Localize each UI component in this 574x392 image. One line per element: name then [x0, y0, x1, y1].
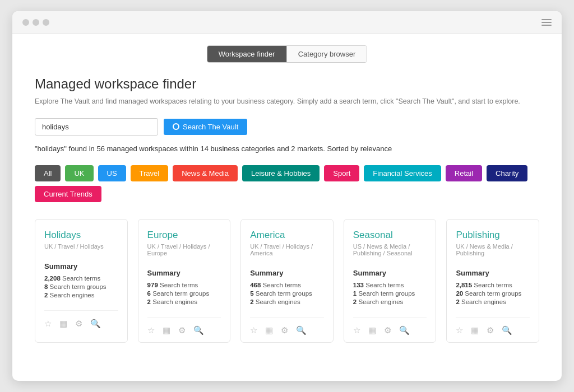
filter-btn-retail[interactable]: Retail: [446, 165, 482, 181]
card-holidays: HolidaysUK / Travel / HolidaysSummary2,2…: [35, 219, 128, 343]
card-action-icon-3-seasonal[interactable]: 🔍: [399, 325, 410, 335]
card-europe: EuropeUK / Travel / Holidays / EuropeSum…: [138, 219, 231, 343]
dot-2: [33, 19, 39, 26]
card-actions-seasonal: ☆▦⚙🔍: [353, 317, 427, 335]
cards-row: HolidaysUK / Travel / HolidaysSummary2,2…: [35, 219, 539, 343]
filter-btn-travel[interactable]: Travel: [131, 165, 169, 181]
card-path-holidays: UK / Travel / Holidays: [44, 243, 118, 250]
card-action-icon-1-publishing[interactable]: ▦: [471, 325, 479, 335]
card-summary-label-america: Summary: [250, 269, 324, 277]
card-action-icon-3-europe[interactable]: 🔍: [193, 325, 204, 335]
card-title-europe: Europe: [147, 230, 221, 241]
filter-btn-all[interactable]: All: [35, 165, 61, 181]
main-content: Workspace finder Category browser Manage…: [12, 34, 562, 360]
dot-1: [22, 19, 29, 26]
card-path-europe: UK / Travel / Holidays / Europe: [147, 243, 221, 256]
card-action-icon-1-europe[interactable]: ▦: [163, 325, 170, 335]
tab-group: Workspace finder Category browser: [207, 45, 368, 63]
card-action-icon-1-america[interactable]: ▦: [265, 325, 273, 335]
filter-btn-charity[interactable]: Charity: [487, 165, 527, 181]
card-action-icon-3-holidays[interactable]: 🔍: [90, 319, 101, 329]
card-action-icon-2-seasonal[interactable]: ⚙: [384, 325, 391, 335]
search-row: Search The Vault: [35, 118, 539, 136]
card-stat-europe: 979 Search terms: [147, 282, 221, 288]
card-summary-label-europe: Summary: [147, 269, 221, 277]
page-title: Managed workspace finder: [35, 76, 539, 92]
search-button[interactable]: Search The Vault: [164, 119, 247, 135]
card-path-america: UK / Travel / Holidays / America: [250, 243, 324, 256]
filter-btn-uk[interactable]: UK: [65, 165, 93, 181]
card-stat-america: 5 Search term groups: [250, 290, 324, 297]
card-publishing: PublishingUK / News & Media / Publishing…: [446, 219, 539, 343]
filter-btn-leisure-hobbies[interactable]: Leisure & Hobbies: [242, 165, 320, 181]
card-stat-seasonal: 2 Search engines: [353, 298, 427, 305]
card-action-icon-0-europe[interactable]: ☆: [147, 325, 155, 335]
card-stat-seasonal: 133 Search terms: [353, 282, 427, 288]
card-stat-publishing: 20 Search term groups: [456, 290, 530, 297]
card-actions-america: ☆▦⚙🔍: [250, 317, 324, 335]
filter-btn-current-trends[interactable]: Current Trends: [35, 186, 101, 202]
search-icon: [173, 123, 179, 130]
filter-btn-us[interactable]: US: [98, 165, 126, 181]
card-actions-holidays: ☆▦⚙🔍: [44, 310, 118, 329]
tab-workspace-finder[interactable]: Workspace finder: [207, 46, 286, 62]
window-controls: [22, 19, 49, 26]
results-summary: "holidays" found in 56 managed workspace…: [35, 144, 539, 153]
card-stat-holidays: 8 Search term groups: [44, 283, 118, 290]
card-stat-europe: 2 Search engines: [147, 298, 221, 305]
card-stat-america: 468 Search terms: [250, 282, 324, 288]
filter-btn-financial-services[interactable]: Financial Services: [364, 165, 441, 181]
card-summary-label-publishing: Summary: [456, 269, 530, 277]
menu-button[interactable]: [541, 19, 552, 26]
card-stat-holidays: 2,208 Search terms: [44, 275, 118, 282]
card-stat-holidays: 2 Search engines: [44, 292, 118, 298]
main-window: Workspace finder Category browser Manage…: [12, 11, 562, 381]
filter-btn-news-media[interactable]: News & Media: [173, 165, 238, 181]
card-action-icon-3-america[interactable]: 🔍: [296, 325, 307, 335]
card-america: AmericaUK / Travel / Holidays / AmericaS…: [240, 219, 334, 343]
search-button-label: Search The Vault: [183, 123, 238, 131]
card-action-icon-0-publishing[interactable]: ☆: [456, 325, 463, 335]
card-action-icon-2-america[interactable]: ⚙: [281, 325, 288, 335]
filter-btn-sport[interactable]: Sport: [324, 165, 359, 181]
filter-row: AllUKUSTravelNews & MediaLeisure & Hobbi…: [35, 165, 539, 202]
tab-category-browser[interactable]: Category browser: [286, 46, 367, 62]
card-action-icon-1-holidays[interactable]: ▦: [59, 319, 67, 329]
card-action-icon-0-holidays[interactable]: ☆: [44, 319, 52, 329]
titlebar: [12, 11, 562, 34]
card-stat-publishing: 2,815 Search terms: [456, 282, 530, 288]
card-action-icon-2-publishing[interactable]: ⚙: [487, 325, 494, 335]
card-actions-publishing: ☆▦⚙🔍: [456, 317, 530, 335]
card-action-icon-3-publishing[interactable]: 🔍: [502, 325, 512, 335]
card-stat-seasonal: 1 Search term groups: [353, 290, 427, 297]
card-summary-label-seasonal: Summary: [353, 269, 427, 277]
card-action-icon-2-holidays[interactable]: ⚙: [75, 319, 82, 329]
card-action-icon-0-seasonal[interactable]: ☆: [353, 325, 360, 335]
card-action-icon-0-america[interactable]: ☆: [250, 325, 257, 335]
card-action-icon-1-seasonal[interactable]: ▦: [368, 325, 376, 335]
card-seasonal: SeasonalUS / News & Media / Publishing /…: [344, 219, 437, 343]
card-stat-europe: 6 Search term groups: [147, 290, 221, 297]
card-title-holidays: Holidays: [44, 230, 118, 241]
card-action-icon-2-europe[interactable]: ⚙: [178, 325, 186, 335]
card-stat-america: 2 Search engines: [250, 298, 324, 305]
search-input[interactable]: [35, 118, 158, 136]
card-stat-publishing: 2 Search engines: [456, 298, 530, 305]
card-title-america: America: [250, 230, 324, 241]
page-description: Explore The Vault and find managed works…: [35, 96, 539, 107]
dot-3: [43, 19, 49, 26]
card-title-seasonal: Seasonal: [353, 230, 427, 241]
tab-bar: Workspace finder Category browser: [35, 34, 539, 76]
card-summary-label-holidays: Summary: [44, 262, 118, 270]
card-actions-europe: ☆▦⚙🔍: [147, 317, 221, 335]
card-path-seasonal: US / News & Media / Publishing / Seasona…: [353, 243, 427, 256]
card-title-publishing: Publishing: [456, 230, 530, 241]
card-path-publishing: UK / News & Media / Publishing: [456, 243, 530, 256]
